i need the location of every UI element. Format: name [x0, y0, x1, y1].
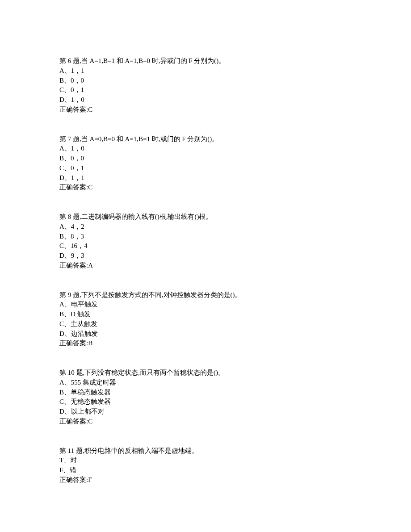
question-option: A、1，1	[59, 66, 352, 76]
question-9: 第 9 题,下列不是按触发方式的不同,对钟控触发器分类的是()。 A、电平触发 …	[59, 290, 352, 349]
document-page: 第 6 题,当 A=1,B=1 和 A=1,B=0 时,异或门的 F 分别为()…	[0, 0, 411, 532]
question-answer: 正确答案:C	[59, 183, 352, 193]
question-11: 第 11 题,积分电路中的反相输入端不是虚地端。 T、对 F、错 正确答案:F	[59, 446, 352, 485]
question-option: D、1，1	[59, 173, 352, 183]
question-option: T、对	[59, 456, 352, 465]
question-option: A、电平触发	[59, 300, 352, 310]
question-option: A、555 集成定时器	[59, 378, 352, 388]
question-answer: 正确答案:B	[59, 339, 352, 348]
question-answer: 正确答案:C	[59, 105, 352, 115]
question-answer: 正确答案:F	[59, 475, 352, 485]
question-7: 第 7 题,当 A=0,B=0 和 A=1,B=1 时,或门的 F 分别为()。…	[59, 134, 352, 193]
question-10: 第 10 题,下列没有稳定状态,而只有两个暂稳状态的是()。 A、555 集成定…	[59, 368, 352, 427]
question-option: A、1，0	[59, 144, 352, 154]
question-option: A、4，2	[59, 222, 352, 232]
question-stem: 第 6 题,当 A=1,B=1 和 A=1,B=0 时,异或门的 F 分别为()…	[59, 56, 352, 66]
question-stem: 第 8 题,二进制编码器的输入线有()根,输出线有()根。	[59, 212, 352, 222]
question-option: C、0，1	[59, 163, 352, 173]
question-option: D、9，3	[59, 251, 352, 261]
question-option: B、0，0	[59, 76, 352, 86]
question-stem: 第 11 题,积分电路中的反相输入端不是虚地端。	[59, 446, 352, 456]
question-option: B、D 触发	[59, 310, 352, 319]
question-8: 第 8 题,二进制编码器的输入线有()根,输出线有()根。 A、4，2 B、8，…	[59, 212, 352, 271]
question-option: D、以上都不对	[59, 407, 352, 417]
question-6: 第 6 题,当 A=1,B=1 和 A=1,B=0 时,异或门的 F 分别为()…	[59, 56, 352, 115]
question-option: C、主从触发	[59, 319, 352, 329]
question-stem: 第 9 题,下列不是按触发方式的不同,对钟控触发器分类的是()。	[59, 290, 352, 300]
question-stem: 第 7 题,当 A=0,B=0 和 A=1,B=1 时,或门的 F 分别为()。	[59, 134, 352, 144]
question-option: C、无稳态触发器	[59, 397, 352, 407]
question-option: F、错	[59, 465, 352, 475]
question-option: C、16，4	[59, 241, 352, 251]
question-answer: 正确答案:A	[59, 261, 352, 271]
question-answer: 正确答案:C	[59, 417, 352, 427]
question-stem: 第 10 题,下列没有稳定状态,而只有两个暂稳状态的是()。	[59, 368, 352, 378]
question-option: D、边沿触发	[59, 329, 352, 339]
question-option: B、8，3	[59, 232, 352, 242]
question-option: B、单稳态触发器	[59, 388, 352, 398]
question-option: B、0，0	[59, 154, 352, 163]
question-option: D、1，0	[59, 95, 352, 105]
question-option: C、0，1	[59, 85, 352, 95]
